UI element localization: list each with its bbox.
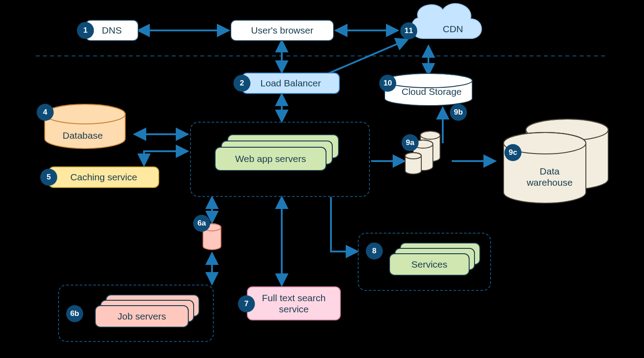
badge-8: 8: [366, 243, 383, 260]
web-app-stack: Web app servers: [215, 134, 340, 183]
badge-9b: 9b: [450, 104, 467, 121]
job-servers-stack: Job servers: [95, 294, 202, 335]
database-label: Database: [63, 130, 103, 141]
database-cylinder-icon: [45, 104, 125, 149]
badge-2: 2: [233, 75, 250, 92]
load-balancer-node: Load Balancer: [242, 72, 340, 94]
badge-5: 5: [40, 169, 57, 186]
badge-6b: 6b: [66, 305, 83, 322]
job-servers-label: Job servers: [118, 311, 166, 322]
web-app-label: Web app servers: [235, 153, 306, 164]
svg-line-4: [322, 39, 408, 76]
badge-6a: 6a: [193, 215, 210, 232]
badge-10: 10: [379, 75, 396, 92]
web-app-card: Web app servers: [215, 147, 326, 171]
job-server-card: Job servers: [95, 305, 189, 328]
warehouse-label: Data warehouse: [525, 166, 574, 188]
svg-point-24: [405, 153, 421, 159]
badge-9a: 9a: [402, 134, 419, 151]
badge-1: 1: [77, 22, 94, 39]
caching-label: Caching service: [70, 171, 137, 183]
svg-point-14: [45, 104, 125, 124]
badge-11: 11: [400, 22, 417, 39]
dns-label: DNS: [102, 25, 122, 36]
services-card: Services: [389, 253, 470, 276]
caching-node: Caching service: [48, 166, 159, 188]
badge-7: 7: [238, 295, 255, 312]
svg-point-19: [420, 131, 440, 139]
svg-point-23: [405, 153, 421, 159]
svg-point-26: [526, 119, 608, 141]
badge-9c: 9c: [504, 144, 521, 161]
load-balancer-label: Load Balancer: [260, 77, 321, 89]
architecture-diagram: DNS 1 User's browser CDN 11 Load Balance…: [0, 0, 644, 358]
services-stack: Services: [389, 243, 483, 283]
services-label: Services: [411, 259, 448, 270]
badge-4: 4: [37, 104, 54, 121]
svg-point-20: [420, 131, 440, 139]
fulltext-search-node: Full text search service: [247, 286, 341, 320]
browser-node: User's browser: [230, 20, 334, 41]
cdn-label: CDN: [443, 23, 463, 34]
cloud-storage-label: Cloud Storage: [402, 86, 462, 97]
data-warehouse-cylinders-icon: [504, 119, 608, 203]
svg-point-25: [526, 119, 608, 141]
fulltext-label: Full text search service: [251, 292, 336, 315]
svg-point-13: [45, 104, 125, 124]
browser-label: User's browser: [251, 25, 313, 36]
